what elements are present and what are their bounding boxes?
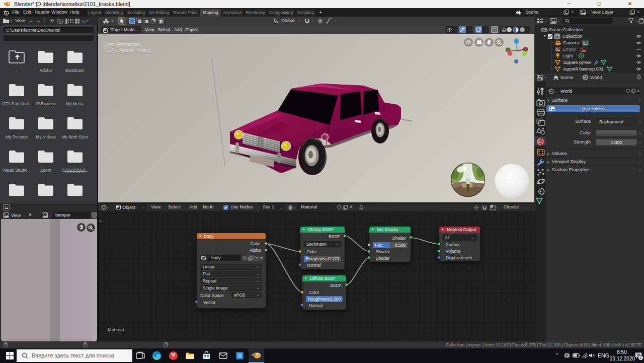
svg-text:Y: Y [507,48,509,52]
svg-text:X: X [524,48,527,51]
svg-text:Z: Z [515,39,518,43]
svg-text:Az: Az [82,19,87,24]
